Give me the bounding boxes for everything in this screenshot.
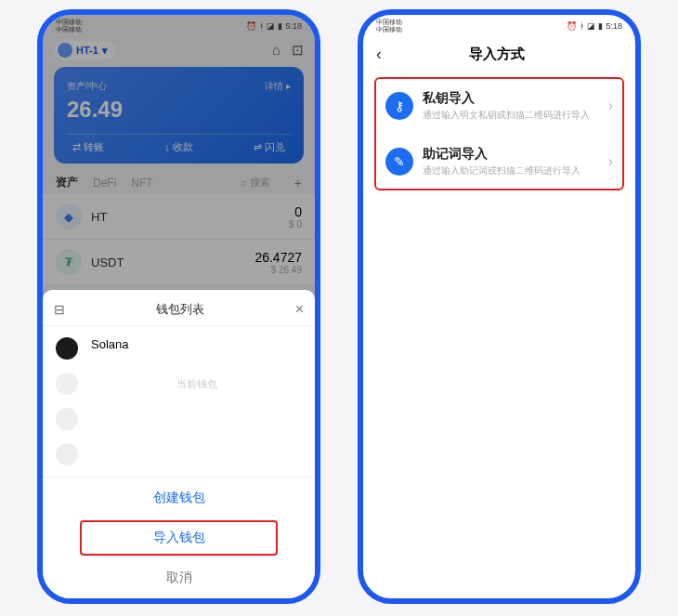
balance-label: 资产/中心 [67, 80, 107, 93]
add-token-button[interactable]: + [294, 176, 302, 190]
phone-left: 中国移动 中国移动 ⏰ ᚼ ◪ ▮ 5:18 HT-1 ▾ ⌂ ⊡ 资产/中心 … [37, 9, 320, 604]
back-button[interactable]: ‹ [376, 45, 382, 64]
bluetooth-icon: ᚼ [259, 21, 264, 31]
carrier-1: 中国移动 [56, 19, 82, 26]
time-label: 5:18 [285, 21, 302, 31]
sheet-title: 钱包列表 [65, 301, 295, 318]
chain-icon[interactable] [56, 373, 78, 395]
carrier-2: 中国移动 [376, 26, 402, 33]
network-label: HT-1 [76, 45, 98, 56]
chevron-right-icon: › [608, 153, 613, 170]
option-desc: 通过输入助记词或扫描二维码进行导入 [423, 164, 599, 177]
token-row[interactable]: ₮ USDT 26.4727 $ 26.49 [43, 240, 315, 285]
network-icon [58, 43, 72, 58]
volume-icon: ◪ [587, 21, 595, 31]
scan-icon[interactable]: ⊡ [292, 42, 304, 59]
search-button[interactable]: ⌕ 搜索 [241, 176, 270, 190]
token-value: $ 26.49 [254, 265, 302, 275]
asset-tabs: 资产 DeFi NFT ⌕ 搜索 + [43, 171, 315, 194]
token-row[interactable]: ◆ HT 0 $ 0 [43, 194, 315, 240]
battery-icon: ▮ [278, 21, 282, 31]
wallet-row[interactable]: Solana [78, 326, 315, 362]
title-bar: ‹ 导入方式 [363, 35, 635, 73]
cancel-button[interactable]: 取消 [43, 557, 315, 598]
scan-icon[interactable]: ⊟ [54, 302, 65, 317]
import-wallet-button[interactable]: 导入钱包 [80, 520, 278, 556]
wallet-name: Solana [91, 337, 128, 351]
receive-button[interactable]: ↓ 收款 [164, 140, 193, 154]
bluetooth-icon: ᚼ [580, 21, 584, 31]
top-bar: HT-1 ▾ ⌂ ⊡ [43, 35, 315, 63]
balance-card: 资产/中心 详情 ▸ 26.49 ⇄ 转账 ↓ 收款 ⇌ 闪兑 [54, 67, 304, 164]
tab-nft[interactable]: NFT [131, 177, 152, 190]
page-title: 导入方式 [389, 46, 622, 63]
chevron-right-icon: › [608, 98, 613, 114]
balance-detail-link[interactable]: 详情 ▸ [265, 80, 291, 93]
close-icon[interactable]: × [295, 301, 304, 318]
chain-icon[interactable] [56, 443, 78, 465]
option-desc: 通过输入明文私钥或扫描二维码进行导入 [423, 109, 599, 122]
phone-right: 中国移动 中国移动 ⏰ ᚼ ◪ ▮ 5:18 ‹ 导入方式 ⚷ 私钥导入 通过输… [358, 9, 641, 604]
tab-assets[interactable]: 资产 [56, 175, 78, 190]
time-label: 5:18 [606, 21, 622, 31]
battery-icon: ▮ [598, 21, 603, 31]
volume-icon: ◪ [267, 21, 275, 31]
chain-icon-solana[interactable] [56, 337, 78, 360]
carrier-1: 中国移动 [376, 19, 402, 26]
option-title: 私钥导入 [423, 90, 599, 107]
alarm-icon: ⏰ [246, 21, 256, 31]
token-amount: 26.4727 [254, 250, 302, 265]
token-symbol: USDT [91, 256, 124, 269]
token-value: $ 0 [289, 219, 302, 229]
import-options-highlight: ⚷ 私钥导入 通过输入明文私钥或扫描二维码进行导入 › ✎ 助记词导入 通过输入… [374, 77, 624, 190]
chevron-down-icon: ▾ [102, 45, 108, 57]
tab-defi[interactable]: DeFi [93, 177, 116, 190]
carrier-2: 中国移动 [56, 26, 82, 33]
usdt-icon: ₮ [56, 249, 82, 275]
wallet-placeholder: 当前钱包 [78, 362, 315, 428]
key-icon: ⚷ [385, 92, 413, 120]
option-private-key[interactable]: ⚷ 私钥导入 通过输入明文私钥或扫描二维码进行导入 › [376, 81, 622, 131]
network-selector[interactable]: HT-1 ▾ [54, 41, 115, 59]
alarm-icon: ⏰ [567, 21, 577, 31]
swap-button[interactable]: ⇌ 闪兑 [254, 140, 285, 154]
transfer-button[interactable]: ⇄ 转账 [72, 140, 104, 154]
option-title: 助记词导入 [423, 146, 599, 163]
option-mnemonic[interactable]: ✎ 助记词导入 通过输入助记词或扫描二维码进行导入 › [376, 137, 622, 187]
chain-icon[interactable] [56, 408, 78, 430]
status-bar: 中国移动 中国移动 ⏰ ᚼ ◪ ▮ 5:18 [43, 15, 315, 35]
status-bar: 中国移动 中国移动 ⏰ ᚼ ◪ ▮ 5:18 [363, 15, 635, 35]
token-amount: 0 [289, 204, 302, 219]
camera-icon[interactable]: ⌂ [272, 42, 280, 59]
balance-amount: 26.49 [67, 97, 291, 123]
create-wallet-button[interactable]: 创建钱包 [43, 478, 315, 518]
ht-icon: ◆ [56, 203, 82, 229]
token-symbol: HT [91, 210, 107, 224]
note-icon: ✎ [385, 148, 413, 176]
wallet-list-sheet: ⊟ 钱包列表 × Solana 当前钱包 创建钱包 导入钱包 取消 [43, 290, 315, 598]
